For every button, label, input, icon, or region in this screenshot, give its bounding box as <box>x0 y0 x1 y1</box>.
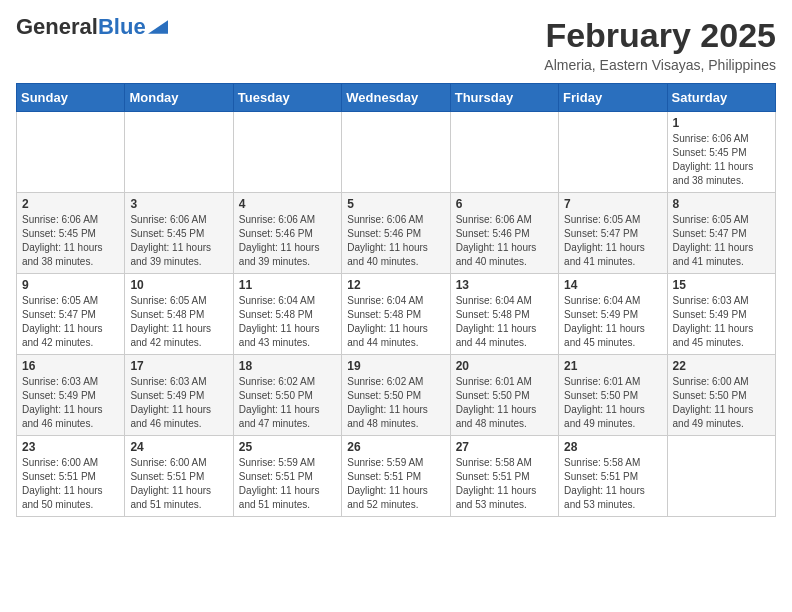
day-number: 9 <box>22 278 119 292</box>
location-subtitle: Almeria, Eastern Visayas, Philippines <box>544 57 776 73</box>
calendar-cell: 11Sunrise: 6:04 AM Sunset: 5:48 PM Dayli… <box>233 274 341 355</box>
day-number: 21 <box>564 359 661 373</box>
day-info: Sunrise: 6:02 AM Sunset: 5:50 PM Dayligh… <box>239 375 336 431</box>
calendar-cell: 6Sunrise: 6:06 AM Sunset: 5:46 PM Daylig… <box>450 193 558 274</box>
logo: GeneralBlue <box>16 16 168 38</box>
day-info: Sunrise: 6:05 AM Sunset: 5:47 PM Dayligh… <box>564 213 661 269</box>
calendar-cell: 1Sunrise: 6:06 AM Sunset: 5:45 PM Daylig… <box>667 112 775 193</box>
day-info: Sunrise: 6:05 AM Sunset: 5:48 PM Dayligh… <box>130 294 227 350</box>
day-number: 20 <box>456 359 553 373</box>
day-number: 5 <box>347 197 444 211</box>
logo-blue: Blue <box>98 14 146 39</box>
day-number: 16 <box>22 359 119 373</box>
calendar-table: SundayMondayTuesdayWednesdayThursdayFrid… <box>16 83 776 517</box>
calendar-cell <box>17 112 125 193</box>
weekday-header-thursday: Thursday <box>450 84 558 112</box>
page-header: GeneralBlue February 2025 Almeria, Easte… <box>16 16 776 73</box>
day-info: Sunrise: 5:59 AM Sunset: 5:51 PM Dayligh… <box>347 456 444 512</box>
day-info: Sunrise: 6:06 AM Sunset: 5:45 PM Dayligh… <box>673 132 770 188</box>
calendar-cell: 4Sunrise: 6:06 AM Sunset: 5:46 PM Daylig… <box>233 193 341 274</box>
day-info: Sunrise: 5:58 AM Sunset: 5:51 PM Dayligh… <box>564 456 661 512</box>
calendar-week-row: 16Sunrise: 6:03 AM Sunset: 5:49 PM Dayli… <box>17 355 776 436</box>
day-info: Sunrise: 6:00 AM Sunset: 5:51 PM Dayligh… <box>130 456 227 512</box>
day-number: 23 <box>22 440 119 454</box>
day-number: 17 <box>130 359 227 373</box>
day-info: Sunrise: 6:06 AM Sunset: 5:45 PM Dayligh… <box>130 213 227 269</box>
day-number: 2 <box>22 197 119 211</box>
logo-general: General <box>16 14 98 39</box>
calendar-cell: 7Sunrise: 6:05 AM Sunset: 5:47 PM Daylig… <box>559 193 667 274</box>
day-number: 1 <box>673 116 770 130</box>
day-number: 11 <box>239 278 336 292</box>
calendar-cell: 24Sunrise: 6:00 AM Sunset: 5:51 PM Dayli… <box>125 436 233 517</box>
weekday-header-wednesday: Wednesday <box>342 84 450 112</box>
calendar-cell <box>559 112 667 193</box>
weekday-header-friday: Friday <box>559 84 667 112</box>
day-number: 7 <box>564 197 661 211</box>
calendar-cell: 22Sunrise: 6:00 AM Sunset: 5:50 PM Dayli… <box>667 355 775 436</box>
calendar-cell <box>667 436 775 517</box>
weekday-header-sunday: Sunday <box>17 84 125 112</box>
day-info: Sunrise: 6:04 AM Sunset: 5:48 PM Dayligh… <box>239 294 336 350</box>
month-year-title: February 2025 <box>544 16 776 55</box>
calendar-cell: 5Sunrise: 6:06 AM Sunset: 5:46 PM Daylig… <box>342 193 450 274</box>
day-number: 6 <box>456 197 553 211</box>
day-number: 22 <box>673 359 770 373</box>
day-number: 12 <box>347 278 444 292</box>
day-info: Sunrise: 6:03 AM Sunset: 5:49 PM Dayligh… <box>130 375 227 431</box>
weekday-header-monday: Monday <box>125 84 233 112</box>
day-number: 13 <box>456 278 553 292</box>
day-info: Sunrise: 6:03 AM Sunset: 5:49 PM Dayligh… <box>673 294 770 350</box>
calendar-cell: 28Sunrise: 5:58 AM Sunset: 5:51 PM Dayli… <box>559 436 667 517</box>
calendar-cell <box>342 112 450 193</box>
calendar-cell: 20Sunrise: 6:01 AM Sunset: 5:50 PM Dayli… <box>450 355 558 436</box>
day-number: 19 <box>347 359 444 373</box>
day-number: 8 <box>673 197 770 211</box>
day-info: Sunrise: 5:58 AM Sunset: 5:51 PM Dayligh… <box>456 456 553 512</box>
calendar-cell: 26Sunrise: 5:59 AM Sunset: 5:51 PM Dayli… <box>342 436 450 517</box>
calendar-week-row: 1Sunrise: 6:06 AM Sunset: 5:45 PM Daylig… <box>17 112 776 193</box>
calendar-week-row: 23Sunrise: 6:00 AM Sunset: 5:51 PM Dayli… <box>17 436 776 517</box>
day-info: Sunrise: 6:01 AM Sunset: 5:50 PM Dayligh… <box>564 375 661 431</box>
calendar-cell <box>125 112 233 193</box>
title-block: February 2025 Almeria, Eastern Visayas, … <box>544 16 776 73</box>
day-number: 3 <box>130 197 227 211</box>
weekday-header-saturday: Saturday <box>667 84 775 112</box>
calendar-cell: 2Sunrise: 6:06 AM Sunset: 5:45 PM Daylig… <box>17 193 125 274</box>
svg-marker-0 <box>148 20 168 33</box>
day-number: 10 <box>130 278 227 292</box>
calendar-cell: 3Sunrise: 6:06 AM Sunset: 5:45 PM Daylig… <box>125 193 233 274</box>
day-info: Sunrise: 6:01 AM Sunset: 5:50 PM Dayligh… <box>456 375 553 431</box>
day-info: Sunrise: 6:04 AM Sunset: 5:49 PM Dayligh… <box>564 294 661 350</box>
day-number: 24 <box>130 440 227 454</box>
day-number: 18 <box>239 359 336 373</box>
day-info: Sunrise: 6:02 AM Sunset: 5:50 PM Dayligh… <box>347 375 444 431</box>
day-info: Sunrise: 6:06 AM Sunset: 5:45 PM Dayligh… <box>22 213 119 269</box>
calendar-cell: 18Sunrise: 6:02 AM Sunset: 5:50 PM Dayli… <box>233 355 341 436</box>
calendar-cell: 10Sunrise: 6:05 AM Sunset: 5:48 PM Dayli… <box>125 274 233 355</box>
calendar-cell: 15Sunrise: 6:03 AM Sunset: 5:49 PM Dayli… <box>667 274 775 355</box>
day-number: 26 <box>347 440 444 454</box>
day-info: Sunrise: 6:00 AM Sunset: 5:50 PM Dayligh… <box>673 375 770 431</box>
calendar-cell: 8Sunrise: 6:05 AM Sunset: 5:47 PM Daylig… <box>667 193 775 274</box>
day-info: Sunrise: 6:06 AM Sunset: 5:46 PM Dayligh… <box>456 213 553 269</box>
calendar-cell: 14Sunrise: 6:04 AM Sunset: 5:49 PM Dayli… <box>559 274 667 355</box>
calendar-cell <box>233 112 341 193</box>
weekday-header-tuesday: Tuesday <box>233 84 341 112</box>
calendar-header-row: SundayMondayTuesdayWednesdayThursdayFrid… <box>17 84 776 112</box>
day-number: 14 <box>564 278 661 292</box>
day-info: Sunrise: 6:06 AM Sunset: 5:46 PM Dayligh… <box>239 213 336 269</box>
calendar-cell: 12Sunrise: 6:04 AM Sunset: 5:48 PM Dayli… <box>342 274 450 355</box>
day-info: Sunrise: 6:04 AM Sunset: 5:48 PM Dayligh… <box>347 294 444 350</box>
logo-icon <box>148 20 168 34</box>
calendar-cell: 19Sunrise: 6:02 AM Sunset: 5:50 PM Dayli… <box>342 355 450 436</box>
day-info: Sunrise: 6:03 AM Sunset: 5:49 PM Dayligh… <box>22 375 119 431</box>
day-number: 4 <box>239 197 336 211</box>
calendar-cell <box>450 112 558 193</box>
day-number: 28 <box>564 440 661 454</box>
calendar-cell: 13Sunrise: 6:04 AM Sunset: 5:48 PM Dayli… <box>450 274 558 355</box>
calendar-cell: 17Sunrise: 6:03 AM Sunset: 5:49 PM Dayli… <box>125 355 233 436</box>
day-info: Sunrise: 6:04 AM Sunset: 5:48 PM Dayligh… <box>456 294 553 350</box>
calendar-week-row: 2Sunrise: 6:06 AM Sunset: 5:45 PM Daylig… <box>17 193 776 274</box>
calendar-cell: 16Sunrise: 6:03 AM Sunset: 5:49 PM Dayli… <box>17 355 125 436</box>
